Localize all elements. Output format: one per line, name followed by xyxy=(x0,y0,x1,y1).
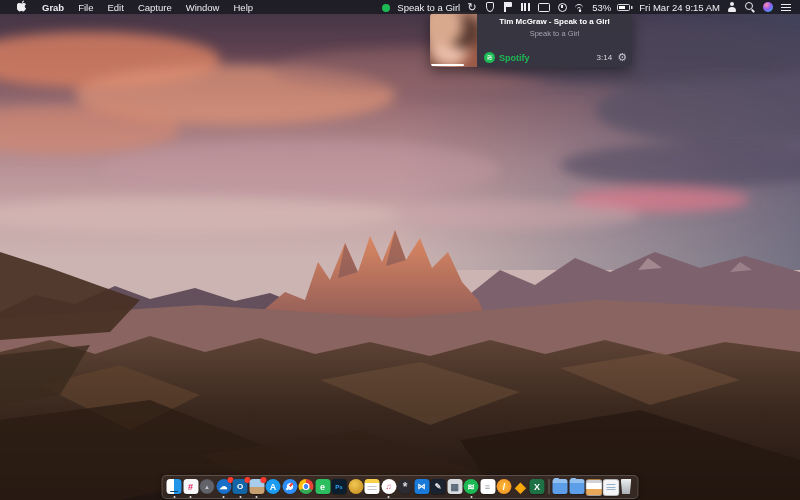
gold-circle-app-icon xyxy=(348,479,363,494)
dock-onedrive[interactable]: ☁ xyxy=(216,479,231,494)
folder-documents-icon xyxy=(553,479,568,494)
notes-icon xyxy=(365,479,380,494)
dock-photoshop[interactable]: Ps xyxy=(332,479,347,494)
track-progress xyxy=(431,64,464,66)
desktop: GrabFileEditCaptureWindowHelp Speak to a… xyxy=(0,0,800,500)
spotify-dot-icon[interactable] xyxy=(382,3,391,12)
app-store-icon: A xyxy=(266,479,281,494)
menu-grab[interactable]: Grab xyxy=(35,0,71,14)
dock-sketch[interactable]: ◆ xyxy=(513,479,528,494)
grid-window-app-icon: ▦ xyxy=(447,479,462,494)
dock-excel[interactable]: X xyxy=(530,479,545,494)
menu-bar-clock[interactable]: Fri Mar 24 9:15 AM xyxy=(639,2,720,13)
dock-paint-app[interactable]: ✎ xyxy=(431,479,446,494)
wallpaper-art xyxy=(0,0,800,500)
trash-icon xyxy=(620,479,632,494)
dock-folder-documents[interactable] xyxy=(553,479,568,494)
dock: #▲☁OAePs♫*⋈✎▦≋≡/◆X xyxy=(162,475,639,499)
dock-safari[interactable] xyxy=(282,479,297,494)
running-indicator xyxy=(190,496,192,498)
spotify-icon: ≋ xyxy=(464,479,479,494)
menu-capture[interactable]: Capture xyxy=(131,0,179,14)
menu-edit[interactable]: Edit xyxy=(101,0,131,14)
track-duration: 3:14 xyxy=(597,53,613,62)
finder-icon xyxy=(167,479,182,494)
dock-chrome[interactable] xyxy=(299,479,314,494)
paint-app-icon: ✎ xyxy=(431,479,446,494)
dock-textedit[interactable]: ≡ xyxy=(480,479,495,494)
minimized-window-icon xyxy=(586,479,603,496)
itunes-icon: ♫ xyxy=(381,479,396,494)
dock-grid-window-app[interactable]: ▦ xyxy=(447,479,462,494)
blue-bowtie-app-icon: ⋈ xyxy=(414,479,429,494)
display-icon[interactable] xyxy=(538,1,550,13)
dock-finder[interactable] xyxy=(167,479,182,494)
launchpad-icon: ▲ xyxy=(200,479,215,494)
dock-notes[interactable] xyxy=(365,479,380,494)
menu-bar-left: GrabFileEditCaptureWindowHelp xyxy=(0,0,260,14)
siri-icon[interactable] xyxy=(762,1,774,13)
dock-folder-downloads[interactable] xyxy=(569,479,584,494)
dock-preview[interactable] xyxy=(249,479,264,494)
notification-center-icon[interactable] xyxy=(780,1,792,13)
menu-file[interactable]: File xyxy=(71,0,100,14)
running-indicator xyxy=(256,496,258,498)
dock-minimized-document[interactable] xyxy=(602,479,617,494)
minimized-document-icon xyxy=(602,479,619,496)
dock-app-store[interactable]: A xyxy=(266,479,281,494)
spotify-label: Spotify xyxy=(499,53,530,63)
running-indicator xyxy=(239,496,241,498)
shutter-app-icon: * xyxy=(398,479,413,494)
excel-icon: X xyxy=(530,479,545,494)
dock-outlook[interactable]: O xyxy=(233,479,248,494)
menu-help[interactable]: Help xyxy=(226,0,260,14)
dock-evernote[interactable]: e xyxy=(315,479,330,494)
running-indicator xyxy=(223,496,225,498)
battery-icon[interactable] xyxy=(617,1,633,13)
photoshop-icon: Ps xyxy=(332,479,347,494)
stats-icon[interactable] xyxy=(520,1,532,13)
dock-slack[interactable]: # xyxy=(183,479,198,494)
gear-icon[interactable]: ⚙ xyxy=(617,52,627,63)
dock-minimized-window[interactable] xyxy=(586,479,601,494)
apple-icon xyxy=(17,0,27,14)
now-playing-label[interactable]: Speak to a Girl xyxy=(397,2,460,13)
user-icon[interactable] xyxy=(726,1,738,13)
flag-icon[interactable] xyxy=(502,1,514,13)
desktop-wallpaper xyxy=(0,0,800,500)
textedit-icon: ≡ xyxy=(480,479,495,494)
spotify-logo-icon: ≋ xyxy=(484,52,495,63)
info-circle-icon[interactable] xyxy=(556,1,568,13)
folder-downloads-icon xyxy=(569,479,584,494)
running-indicator xyxy=(173,496,175,498)
notification-footer: ≋ Spotify 3:14 ⚙ xyxy=(484,52,627,63)
album-art xyxy=(430,12,477,67)
menu-bar: GrabFileEditCaptureWindowHelp Speak to a… xyxy=(0,0,800,14)
menu-window[interactable]: Window xyxy=(179,0,227,14)
dock-gold-circle-app[interactable] xyxy=(348,479,363,494)
shield-icon[interactable] xyxy=(484,1,496,13)
track-title: Tim McGraw - Speak to a Girl xyxy=(499,17,610,26)
dock-itunes[interactable]: ♫ xyxy=(381,479,396,494)
apple-menu[interactable] xyxy=(9,0,35,14)
menu-bar-menus: GrabFileEditCaptureWindowHelp xyxy=(35,0,260,14)
battery-percent[interactable]: 53% xyxy=(592,2,611,13)
sync-icon[interactable] xyxy=(466,1,478,13)
safari-icon xyxy=(282,479,297,494)
dock-spotify[interactable]: ≋ xyxy=(464,479,479,494)
dock-launchpad[interactable]: ▲ xyxy=(200,479,215,494)
dock-shutter-app[interactable]: * xyxy=(398,479,413,494)
spotify-notification[interactable]: Tim McGraw - Speak to a Girl Speak to a … xyxy=(430,12,632,67)
menu-bar-status: Speak to a Girl53%Fri Mar 24 9:15 AM xyxy=(382,0,800,14)
running-indicator xyxy=(388,496,390,498)
wifi-icon[interactable] xyxy=(574,1,586,13)
search-icon[interactable] xyxy=(744,1,756,13)
dock-blue-bowtie-app[interactable]: ⋈ xyxy=(414,479,429,494)
notification-body: Tim McGraw - Speak to a Girl Speak to a … xyxy=(477,12,632,67)
sketch-icon: ◆ xyxy=(513,479,528,494)
spotify-brand: ≋ Spotify xyxy=(484,52,530,63)
dock-zeplin[interactable]: / xyxy=(497,479,512,494)
chrome-icon xyxy=(299,479,314,494)
slack-icon: # xyxy=(183,479,198,494)
dock-trash[interactable] xyxy=(619,479,634,494)
